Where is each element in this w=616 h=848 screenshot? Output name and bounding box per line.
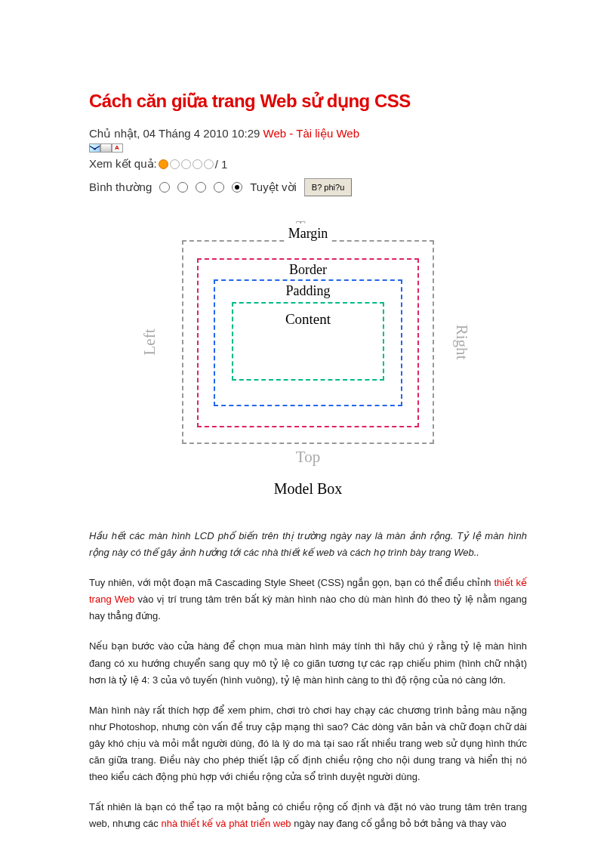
border-label: Border <box>286 260 330 279</box>
result-label: Xem kết quả: <box>89 157 157 171</box>
dateline: Chủ nhật, 04 Tháng 4 2010 10:29 Web - Tà… <box>89 127 527 140</box>
rating-row: Bình thường Tuyệt vời B? phi?u <box>89 178 527 196</box>
p5b-text: ngày nay đang cố gắng bỏ bớt bảng và tha… <box>291 818 507 829</box>
rating-radio-5[interactable] <box>232 182 242 193</box>
result-dot-5 <box>204 159 214 169</box>
diagram-label-left: Left <box>140 329 159 356</box>
rating-left-label: Bình thường <box>89 180 152 194</box>
result-dot-1 <box>159 159 168 169</box>
paragraph-2: Tuy nhiên, với một đoạn mã Cascading Sty… <box>89 575 527 624</box>
link-web-designers[interactable]: nhà thiết kế và phát triển web <box>161 818 291 829</box>
email-icon[interactable] <box>89 143 100 153</box>
rating-radio-4[interactable] <box>214 182 224 193</box>
result-dot-3 <box>181 159 191 169</box>
rating-radio-2[interactable] <box>177 182 188 193</box>
diagram-caption: Model Box <box>89 480 527 498</box>
result-tail: / 1 <box>215 158 228 171</box>
paragraph-5: Tất nhiên là bạn có thể tạo ra một bảng … <box>89 799 527 832</box>
rating-right-label: Tuyệt vời <box>250 180 297 194</box>
p2b-text: vào vị trí trung tâm trên bất kỳ màn hìn… <box>89 594 527 621</box>
publish-date: Chủ nhật, 04 Tháng 4 2010 10:29 <box>89 127 260 140</box>
diagram-label-bottom: Top <box>296 448 320 467</box>
p2a-text: Tuy nhiên, với một đoạn mã Cascading Sty… <box>89 577 494 588</box>
intro-paragraph: Hầu hết các màn hình LCD phổ biến trên t… <box>89 528 527 561</box>
action-icons <box>89 143 527 153</box>
rating-radio-3[interactable] <box>196 182 206 193</box>
paragraph-3: Nếu bạn bước vào cửa hàng để chọn mua mà… <box>89 638 527 688</box>
breadcrumb-subcategory[interactable]: Tài liệu Web <box>296 127 359 140</box>
content-label: Content <box>233 304 383 335</box>
result-dot-2 <box>170 159 180 169</box>
page-title: Cách căn giữa trang Web sử dụng CSS <box>89 91 527 112</box>
margin-label: Margin <box>285 224 331 242</box>
diagram-label-right: Right <box>452 325 471 360</box>
paragraph-4: Màn hình này rất thích hợp để xem phim, … <box>89 702 527 785</box>
rating-result: Xem kết quả: / 1 <box>89 157 527 171</box>
result-dot-4 <box>192 159 202 169</box>
article-body: Hầu hết các màn hình LCD phổ biến trên t… <box>89 528 527 832</box>
rating-radio-1[interactable] <box>159 182 170 193</box>
pdf-icon[interactable] <box>112 143 123 153</box>
print-icon[interactable] <box>100 143 112 153</box>
box-model-diagram: Top Top Left Right Margin Border Padding… <box>137 217 479 467</box>
padding-label: Padding <box>282 281 333 300</box>
breadcrumb-category[interactable]: Web <box>263 127 287 140</box>
breadcrumb-sep: - <box>286 127 296 140</box>
vote-button[interactable]: B? phi?u <box>304 178 352 196</box>
content-box: Content <box>232 302 384 381</box>
